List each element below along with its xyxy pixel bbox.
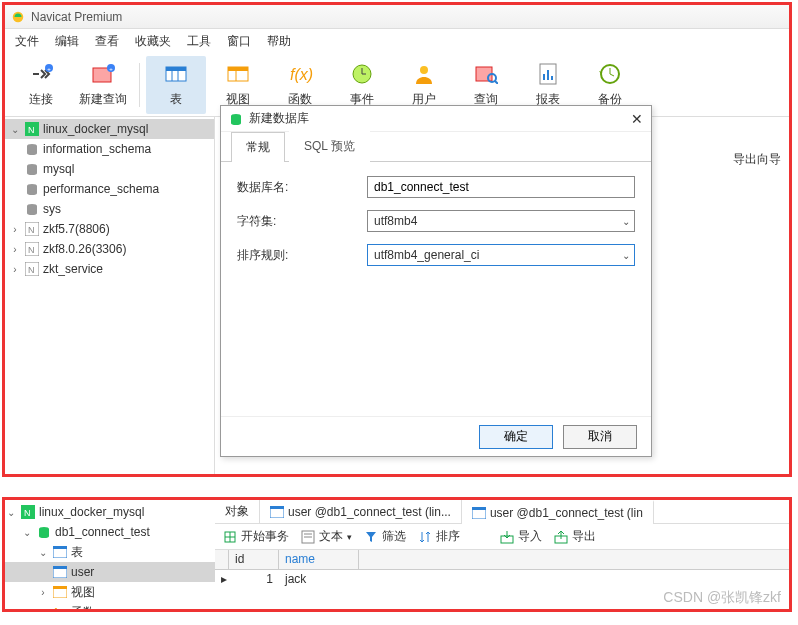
tree2-conn-linux-docker[interactable]: ⌄Nlinux_docker_mysql [5,502,215,522]
tree-conn-linux-docker[interactable]: ⌄Nlinux_docker_mysql [5,119,214,139]
text-button[interactable]: 文本▾ [301,528,352,545]
cell-id[interactable]: 1 [229,570,279,590]
app-title: Navicat Premium [31,10,122,24]
svg-text:fx: fx [53,606,62,612]
tree-conn-zkf8026[interactable]: ›Nzkf8.0.26(3306) [5,239,214,259]
cell-name[interactable]: jack [279,570,359,590]
app-logo-icon [11,10,25,24]
svg-point-30 [27,151,37,155]
svg-text:N: N [28,125,35,135]
svg-text:+: + [47,66,51,72]
tree2-funcs[interactable]: ›fx函数 [5,602,215,612]
col-id[interactable]: id [229,550,279,569]
begin-transaction-button[interactable]: 开始事务 [223,528,289,545]
menu-window[interactable]: 窗口 [227,33,251,50]
mysql-conn-off-icon: N [25,222,39,236]
content-tabs: 对象 user @db1_connect_test (lin... user @… [215,500,789,524]
svg-text:+: + [109,66,113,72]
svg-text:N: N [28,225,35,235]
export-icon [554,530,568,544]
tree-db-information-schema[interactable]: information_schema [5,139,214,159]
plug-icon: + [27,61,55,87]
tab-user2[interactable]: user @db1_connect_test (lin [462,500,654,524]
svg-point-33 [27,171,37,175]
chevron-down-icon: ⌄ [622,250,630,261]
menu-view[interactable]: 查看 [95,33,119,50]
col-name[interactable]: name [279,550,359,569]
row-marker-icon: ▸ [215,570,229,590]
tree-conn-zkt-service[interactable]: ›Nzkt_service [5,259,214,279]
label-collation: 排序规则: [237,247,367,264]
mysql-conn-off-icon: N [25,242,39,256]
tree-db-mysql[interactable]: mysql [5,159,214,179]
dialog-close-button[interactable]: ✕ [631,111,643,127]
mysql-conn-icon: N [21,505,35,519]
tree-conn-zkf57[interactable]: ›Nzkf5.7(8806) [5,219,214,239]
svg-point-48 [231,121,241,125]
query-icon [472,61,500,87]
chevron-down-icon: ⌄ [622,216,630,227]
grid-row-1[interactable]: ▸ 1 jack [215,570,789,590]
tab-general[interactable]: 常规 [231,132,285,162]
svg-rect-64 [472,507,486,510]
clock-icon [348,61,376,87]
database-green-icon [229,112,243,126]
menu-bar: 文件 编辑 查看 收藏夹 工具 窗口 帮助 [5,29,789,53]
toolbar-newquery[interactable]: + 新建查询 [73,56,133,114]
filter-button[interactable]: 筛选 [364,528,406,545]
tree-db-performance-schema[interactable]: performance_schema [5,179,214,199]
table-icon [53,566,67,578]
view-icon [224,61,252,87]
connection-tree: ⌄Nlinux_docker_mysql information_schema … [5,117,215,474]
svg-rect-62 [270,506,284,509]
ok-button[interactable]: 确定 [479,425,553,449]
mysql-conn-off-icon: N [25,262,39,276]
dialog-title: 新建数据库 [249,110,309,127]
window-titlebar: Navicat Premium [5,5,789,29]
menu-help[interactable]: 帮助 [267,33,291,50]
svg-rect-23 [547,70,549,80]
tree-db-sys[interactable]: sys [5,199,214,219]
svg-point-53 [39,534,49,538]
tree2-views[interactable]: ›视图 [5,582,215,602]
new-database-dialog: 新建数据库 ✕ 常规 SQL 预览 数据库名: 字符集: utf8mb4⌄ 排序… [220,105,652,457]
svg-rect-11 [228,67,248,71]
tree2-tables[interactable]: ⌄表 [5,542,215,562]
toolbar-table[interactable]: 表 [146,56,206,114]
tab-sql-preview[interactable]: SQL 预览 [289,131,370,162]
svg-rect-55 [53,546,67,549]
table-icon [270,506,284,518]
cancel-button[interactable]: 取消 [563,425,637,449]
import-button[interactable]: 导入 [500,528,542,545]
svg-rect-24 [551,76,553,80]
select-collation[interactable]: utf8mb4_general_ci⌄ [367,244,635,266]
toolbar-connect[interactable]: + 连接 [11,56,71,114]
tab-user1[interactable]: user @db1_connect_test (lin... [260,500,462,524]
watermark: CSDN @张凯锋zkf [663,589,781,607]
report-icon [534,61,562,87]
newquery-icon: + [89,61,117,87]
tab-objects[interactable]: 对象 [215,500,260,524]
export-wizard-link[interactable]: 导出向导 [733,151,781,168]
export-button[interactable]: 导出 [554,528,596,545]
tree2-db1[interactable]: ⌄db1_connect_test [5,522,215,542]
toolbar-divider [139,63,140,107]
menu-tools[interactable]: 工具 [187,33,211,50]
menu-file[interactable]: 文件 [15,33,39,50]
view-icon [53,586,67,598]
sort-icon [418,530,432,544]
svg-rect-22 [543,74,545,80]
dialog-tabs: 常规 SQL 预览 [221,132,651,162]
filter-icon [364,530,378,544]
input-dbname[interactable] [367,176,635,198]
svg-text:f(x): f(x) [290,66,313,83]
sort-button[interactable]: 排序 [418,528,460,545]
menu-favorites[interactable]: 收藏夹 [135,33,171,50]
label-charset: 字符集: [237,213,367,230]
svg-line-20 [495,81,498,84]
menu-edit[interactable]: 编辑 [55,33,79,50]
database-icon [25,142,39,156]
select-charset[interactable]: utf8mb4⌄ [367,210,635,232]
table-toolbar: 开始事务 文本▾ 筛选 排序 导入 导出 [215,524,789,550]
tree2-table-user[interactable]: user [5,562,215,582]
